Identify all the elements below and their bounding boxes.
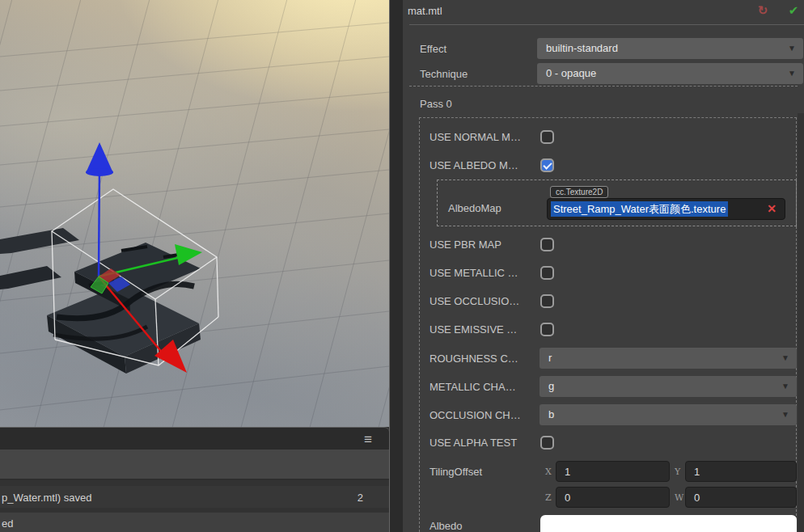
console-log-list: p_Water.mtl) saved 2 ed (0, 480, 389, 532)
console-panel: ≡ p_Water.mtl) saved 2 ed (0, 427, 389, 532)
menu-icon[interactable]: ≡ (360, 432, 376, 448)
scene-viewport[interactable] (0, 0, 389, 427)
technique-dropdown[interactable]: 0 - opaque ▼ (537, 63, 803, 84)
albedo-map-texture-value: Street_Ramp_Water表面颜色.texture (551, 201, 728, 217)
metallic-channel-dropdown[interactable]: g ▼ (540, 376, 797, 397)
axis-z-label: Z (545, 492, 552, 503)
roughness-channel-value: r (548, 352, 552, 364)
roughness-channel-dropdown[interactable]: r ▼ (540, 348, 797, 369)
axis-x-label: X (545, 467, 552, 477)
metallic-channel-label: METALLIC CHA… (430, 381, 516, 393)
technique-value: 0 - opaque (546, 67, 596, 79)
chevron-down-icon: ▼ (781, 353, 789, 362)
effect-dropdown[interactable]: builtin-standard ▼ (537, 38, 803, 59)
use-normal-map-checkbox[interactable] (540, 130, 554, 144)
inspector-left-gutter (390, 0, 403, 532)
metallic-channel-value: g (548, 380, 554, 392)
section-divider (409, 86, 798, 87)
albedo-map-texture-field[interactable]: Street_Ramp_Water表面颜色.texture ✕ (547, 198, 785, 220)
albedo-label: Albedo (430, 520, 462, 532)
use-metallic-checkbox[interactable] (540, 266, 554, 280)
use-metallic-label: USE METALLIC … (430, 267, 518, 279)
use-alpha-test-label: USE ALPHA TEST (430, 437, 517, 449)
asset-title: mat.mtl (408, 5, 442, 17)
axis-w-label: W (675, 492, 683, 503)
use-albedo-map-label: USE ALBEDO M… (430, 159, 518, 171)
gizmo-up-arrowhead-base (86, 168, 113, 176)
console-toolbar (0, 450, 389, 480)
use-emissive-checkbox[interactable] (540, 323, 554, 336)
remove-texture-icon[interactable]: ✕ (762, 201, 781, 217)
tiling-offset-y-input[interactable] (685, 461, 797, 482)
log-count-badge: 2 (358, 491, 363, 503)
refresh-icon[interactable]: ↻ (755, 3, 770, 18)
use-occlusion-label: USE OCCLUSIO… (430, 295, 519, 307)
roughness-channel-label: ROUGHNESS C… (430, 353, 518, 365)
use-occlusion-checkbox[interactable] (540, 294, 554, 308)
log-row[interactable]: ed (0, 513, 389, 532)
use-albedo-map-checkbox[interactable] (540, 158, 554, 172)
albedo-color-swatch[interactable] (540, 515, 797, 532)
use-pbr-map-label: USE PBR MAP (430, 239, 501, 251)
use-alpha-test-checkbox[interactable] (540, 436, 554, 450)
ground-grid (0, 0, 389, 427)
texture-type-tag: cc.Texture2D (550, 186, 608, 198)
log-row[interactable]: p_Water.mtl) saved 2 (0, 486, 389, 508)
chevron-down-icon: ▼ (788, 44, 796, 53)
inspector-scrollbar-track[interactable] (798, 113, 804, 532)
axis-y-label: Y (675, 467, 680, 477)
log-message: ed (2, 517, 13, 530)
chevron-down-icon: ▼ (781, 410, 789, 419)
use-emissive-label: USE EMISSIVE … (430, 323, 517, 336)
gizmo-right-arrowhead[interactable] (175, 244, 202, 265)
effect-value: builtin-standard (546, 42, 618, 54)
tiling-offset-label: TilingOffset (430, 466, 482, 478)
technique-label: Technique (420, 68, 468, 80)
occlusion-channel-dropdown[interactable]: b ▼ (540, 404, 797, 425)
use-pbr-map-checkbox[interactable] (540, 238, 554, 251)
log-message: p_Water.mtl) saved (2, 491, 92, 503)
header-divider (409, 24, 804, 25)
checkmark-icon[interactable]: ✔ (786, 3, 801, 18)
tiling-offset-z-input[interactable] (556, 487, 670, 508)
chevron-down-icon: ▼ (781, 382, 789, 391)
console-header: ≡ (0, 427, 389, 450)
use-normal-map-label: USE NORMAL M… (430, 131, 521, 143)
effect-label: Effect (420, 43, 446, 55)
pass-title: Pass 0 (420, 98, 452, 110)
albedo-map-label: AlbedoMap (448, 202, 501, 214)
occlusion-channel-value: b (548, 408, 554, 420)
inspector-panel: mat.mtl ↻ ✔ Effect builtin-standard ▼ Te… (389, 0, 804, 532)
occlusion-channel-label: OCCLUSION CH… (430, 409, 521, 421)
tiling-offset-w-input[interactable] (685, 487, 797, 508)
gizmo-up-axis[interactable] (99, 166, 99, 277)
chevron-down-icon: ▼ (788, 69, 796, 78)
scene-canvas[interactable] (0, 0, 389, 427)
tiling-offset-x-input[interactable] (556, 461, 670, 482)
